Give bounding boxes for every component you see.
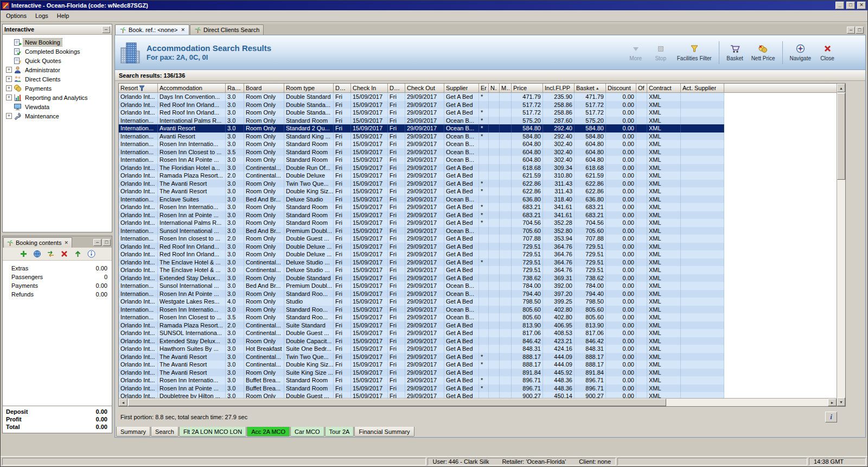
add-item-icon[interactable] <box>19 249 28 258</box>
info-button[interactable]: i <box>825 412 837 422</box>
horizontal-scroll-thumb[interactable] <box>128 399 666 406</box>
column-header-discount[interactable]: Discount <box>606 84 636 93</box>
tab-close-icon[interactable]: ✕ <box>181 27 186 33</box>
table-row[interactable]: Internation...Rosen Inn At Pointe ...3.0… <box>119 290 837 298</box>
table-row[interactable]: Orlando Int...The Avanti Resort3.0Room O… <box>119 369 837 377</box>
column-header-dow_in[interactable]: DOW <box>334 84 351 93</box>
menu-item-help[interactable]: Help <box>53 11 74 21</box>
minimize-button[interactable]: _ <box>835 2 844 9</box>
bottom-tab-car-mco[interactable]: Car MCO <box>290 427 324 437</box>
maximize-button[interactable]: □ <box>846 2 855 9</box>
bottom-tab-flt-2a-lon-mco-lon[interactable]: Flt 2A LON MCO LON <box>179 427 246 437</box>
table-row[interactable]: Orlando Int...Red Roof Inn Orland...3.0R… <box>119 109 837 117</box>
table-row[interactable]: Internation...Sunsol International ...3.… <box>119 227 837 235</box>
toolbar-button-basket[interactable]: Basket <box>723 42 747 63</box>
vertical-scroll-track[interactable] <box>837 180 845 397</box>
menu-item-options[interactable]: Options <box>2 11 31 21</box>
bottom-tab-acc-2a-mco[interactable]: Acc 2A MCO <box>247 427 290 437</box>
table-row[interactable]: Internation...Sunsol International ...3.… <box>119 282 837 290</box>
column-header-supplier[interactable]: Supplier <box>444 84 479 93</box>
export-icon[interactable] <box>73 249 82 258</box>
table-row[interactable]: Orlando Int...The Floridian Hotel a...3.… <box>119 164 837 172</box>
table-row[interactable]: Orlando Int...The Avanti Resort3.0Contin… <box>119 361 837 369</box>
table-row[interactable]: Internation...Rosen Inn At Pointe ...3.0… <box>119 156 837 164</box>
column-header-check_in[interactable]: Check In <box>351 84 388 93</box>
scroll-down-icon[interactable]: ▼ <box>837 397 845 406</box>
column-header-of[interactable]: Of <box>636 84 647 93</box>
column-header-rating[interactable]: Rati... <box>226 84 244 93</box>
column-header-ms[interactable]: MS <box>500 84 512 93</box>
table-row[interactable]: Orlando Int...Extended Stay Delux...3.0R… <box>119 337 837 345</box>
table-row[interactable]: Orlando Int...Red Roof Inn Orland...3.0R… <box>119 101 837 109</box>
collapse-panel-button[interactable]: – <box>102 26 110 33</box>
column-header-price[interactable]: Price <box>512 84 543 93</box>
close-panel-icon[interactable]: ✕ <box>63 240 69 245</box>
toolbar-button-more[interactable]: More <box>624 42 648 63</box>
tabbar-minimize-button[interactable]: – <box>847 27 855 34</box>
toolbar-button-navigate[interactable]: Navigate <box>787 42 814 63</box>
vertical-scroll-thumb[interactable] <box>837 93 845 180</box>
table-row[interactable]: Orlando Int...Ramada Plaza Resort...2.0C… <box>119 321 837 330</box>
table-row[interactable]: Orlando Int...Ramada Plaza Resort...2.0C… <box>119 172 837 180</box>
column-header-er[interactable]: Er <box>479 84 489 93</box>
table-row[interactable]: Orlando Int...Rosen Inn Internatio...3.0… <box>119 203 837 211</box>
horizontal-scrollbar[interactable]: ◄ ► <box>119 398 837 406</box>
table-row[interactable]: Orlando Int...The Avanti Resort3.0Contin… <box>119 353 837 361</box>
table-row[interactable]: Orlando Int...The Enclave Hotel & ...3.0… <box>119 266 837 274</box>
scroll-up-icon[interactable]: ▲ <box>837 84 845 92</box>
table-row[interactable]: Orlando Int...The Avanti Resort3.0Room O… <box>119 180 837 188</box>
delete-icon[interactable] <box>60 249 69 258</box>
table-row[interactable]: Internation...Rosen Inn closest to ...2.… <box>119 235 837 243</box>
table-row[interactable]: Orlando Int...Rosen Inn Internatio...3.0… <box>119 376 837 384</box>
bottom-tab-tour-2a[interactable]: Tour 2A <box>325 427 354 437</box>
toolbar-button-stop[interactable]: Stop <box>649 42 673 63</box>
table-row[interactable]: Orlando Int...Westgate Lakes Res...4.0Ro… <box>119 298 837 306</box>
column-header-room_type[interactable]: Room type <box>284 84 334 93</box>
bottom-tab-summary[interactable]: Summary <box>116 427 150 437</box>
sidebar-item-maintenance[interactable]: +Maintenance <box>4 111 111 121</box>
sidebar-item-viewdata[interactable]: Viewdata <box>4 102 111 111</box>
column-header-contract[interactable]: Contract <box>647 84 681 93</box>
table-row[interactable]: Orlando Int...SUNSOL Internationa...3.0C… <box>119 329 837 337</box>
sidebar-item-reporting-and-analytics[interactable]: +Reporting and Analytics <box>4 93 111 102</box>
table-row[interactable]: Orlando Int...Rosen Inn at Pointe ...3.0… <box>119 384 837 393</box>
booking-contents-tab[interactable]: Booking contents ✕ <box>3 237 72 248</box>
expand-icon[interactable]: + <box>6 113 12 119</box>
booking-row-passengers[interactable]: Passengers0 <box>3 273 112 281</box>
table-row[interactable]: Internation...Rosen Inn Closest to ...3.… <box>119 148 837 156</box>
table-row[interactable]: Orlando Int...Days Inn Convention...3.0R… <box>119 93 837 101</box>
column-header-board[interactable]: Board <box>244 84 284 93</box>
document-tab-direct-clients-search[interactable]: Direct Clients Search <box>190 24 264 35</box>
column-header-nr[interactable]: NR <box>489 84 500 93</box>
column-header-incl_fl_pp[interactable]: Incl.Fl.PP <box>543 84 575 93</box>
booking-row-extras[interactable]: Extras0.00 <box>3 264 112 273</box>
table-row[interactable]: Orlando Int...Hawthorn Suites By ...3.0H… <box>119 345 837 353</box>
column-header-dow_out[interactable]: DOW <box>388 84 405 93</box>
table-row[interactable]: Internation...Enclave Suites3.0Bed And B… <box>119 195 837 204</box>
document-tab-book-ref-none[interactable]: Book. ref.: <none>✕ <box>115 24 189 35</box>
table-row[interactable]: Orlando Int...The Enclave Hotel & ...3.0… <box>119 258 837 267</box>
table-row[interactable]: Internation...International Palms R...3.… <box>119 117 837 125</box>
bottom-tab-search[interactable]: Search <box>151 427 178 437</box>
column-header-accommodation[interactable]: Accommodation <box>158 84 226 93</box>
column-header-resort[interactable]: Resort <box>119 84 158 93</box>
table-row[interactable]: Orlando Int...International Palms R...3.… <box>119 219 837 227</box>
horizontal-scroll-track[interactable] <box>667 399 828 406</box>
column-header-check_out[interactable]: Check Out <box>405 84 444 93</box>
table-row[interactable]: Internation...Avanti Resort3.0Room OnlyS… <box>119 124 837 132</box>
toolbar-button-facilities-filter[interactable]: Facilities Filter <box>674 42 715 63</box>
sidebar-item-direct-clients[interactable]: +Direct Clients <box>4 74 111 84</box>
scroll-left-icon[interactable]: ◄ <box>119 399 127 406</box>
panel-float-button[interactable]: □ <box>103 239 111 246</box>
vertical-scrollbar[interactable]: ▲ ▼ <box>837 84 845 406</box>
expand-icon[interactable]: + <box>6 76 12 82</box>
table-row[interactable]: Orlando Int...Rosen Inn at Pointe ...3.0… <box>119 211 837 219</box>
expand-icon[interactable]: + <box>6 85 12 91</box>
expand-icon[interactable]: + <box>6 67 12 73</box>
toolbar-button-nett-price[interactable]: Nett Price <box>748 42 778 63</box>
info-icon[interactable] <box>87 249 96 258</box>
table-row[interactable]: Internation...Rosen Inn Internatio...3.0… <box>119 306 837 314</box>
menu-item-logs[interactable]: Logs <box>31 11 53 21</box>
column-header-act_supplier[interactable]: Act. Supplier <box>681 84 724 93</box>
table-row[interactable]: Orlando Int...Red Roof Inn Orland...3.0R… <box>119 243 837 251</box>
